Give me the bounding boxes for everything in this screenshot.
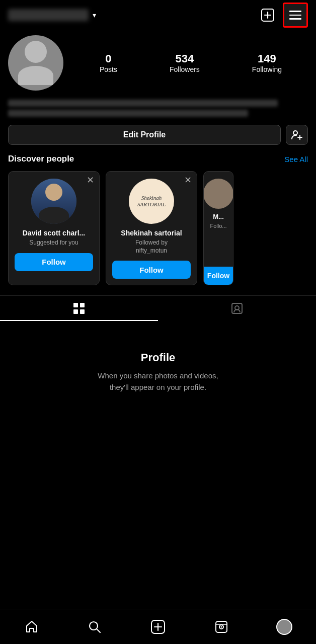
following-label: Following [252, 65, 282, 73]
bio-line-2 [8, 110, 248, 117]
nav-reels[interactable] [209, 614, 234, 639]
discover-section: Discover people See All ✕ David scott ch… [0, 154, 316, 285]
nav-profile-avatar [276, 619, 292, 635]
discover-header: Discover people See All [8, 154, 308, 164]
top-bar-left: ▾ [8, 9, 96, 21]
cards-row: ✕ David scott charl... Suggested for you… [8, 171, 308, 285]
follow-button-3-partial[interactable]: Follow [204, 267, 233, 285]
card-name-1: David scott charl... [23, 229, 85, 237]
menu-line-2 [289, 15, 301, 16]
discover-title: Discover people [8, 154, 74, 164]
stats-row: 0 Posts 534 Followers 149 Following [73, 52, 308, 73]
person-card-1: ✕ David scott charl... Suggested for you… [8, 171, 100, 285]
svg-point-19 [220, 626, 222, 627]
top-bar-right [257, 3, 308, 28]
avatar[interactable] [8, 35, 63, 91]
follow-label-3: Follow [207, 272, 229, 280]
posts-count: 0 [105, 52, 111, 65]
edit-profile-row: Edit Profile [8, 125, 308, 145]
card-avatar-1[interactable] [31, 179, 76, 224]
svg-rect-6 [73, 303, 78, 307]
person-card-3-partial: M... Follo... Follow [203, 171, 233, 285]
person-card-2: ✕ ShekinahSARTORIAL Shekinah sartorial F… [106, 171, 197, 285]
svg-point-3 [293, 131, 297, 135]
sartorial-logo-text: ShekinahSARTORIAL [137, 195, 166, 208]
card-name-2: Shekinah sartorial [121, 229, 182, 237]
menu-line-1 [289, 11, 301, 12]
add-icon [150, 619, 166, 634]
bottom-nav [0, 609, 316, 644]
card-sub-1: Suggested for you [29, 239, 78, 247]
follow-button-2[interactable]: Follow [112, 261, 191, 279]
person2-avatar-image: ShekinahSARTORIAL [129, 179, 174, 224]
card-avatar-2[interactable]: ShekinahSARTORIAL [129, 179, 174, 224]
card-sub-3: Follo... [208, 222, 228, 229]
bio-line-1 [8, 100, 278, 107]
posts-stat[interactable]: 0 Posts [100, 52, 117, 73]
person1-avatar-image [31, 179, 76, 224]
see-all-button[interactable]: See All [284, 155, 308, 164]
nav-home[interactable] [19, 614, 44, 639]
svg-rect-8 [73, 309, 78, 314]
home-icon [25, 620, 39, 634]
empty-profile-section: Profile When you share photos and videos… [0, 321, 316, 408]
card-avatar-3[interactable] [203, 179, 233, 209]
tab-tagged[interactable] [158, 296, 316, 321]
nav-profile[interactable] [272, 614, 297, 639]
bio-area [8, 98, 308, 125]
svg-line-13 [97, 629, 101, 632]
avatar-inner [8, 35, 63, 91]
menu-button[interactable] [283, 3, 308, 28]
top-bar: ▾ [0, 0, 316, 30]
card-sub-2: Followed by nifty_motun [135, 239, 168, 255]
followers-label: Followers [170, 65, 200, 73]
account-switcher-chevron[interactable]: ▾ [93, 11, 96, 19]
card-close-2[interactable]: ✕ [184, 176, 192, 185]
followers-count: 534 [176, 52, 194, 65]
follow-button-1[interactable]: Follow [15, 253, 93, 271]
edit-profile-button[interactable]: Edit Profile [8, 125, 281, 145]
menu-line-3 [289, 18, 301, 20]
empty-profile-title: Profile [141, 351, 175, 364]
tagged-icon [230, 302, 244, 315]
svg-rect-7 [80, 303, 85, 307]
nav-search[interactable] [82, 614, 107, 639]
add-friend-button[interactable] [286, 125, 308, 145]
add-post-button[interactable] [257, 4, 279, 26]
search-icon [88, 620, 102, 634]
tabs-row [0, 295, 316, 321]
card-close-1[interactable]: ✕ [87, 176, 94, 185]
svg-rect-10 [232, 303, 242, 313]
empty-profile-subtitle: When you share photos and videos, they'l… [98, 370, 218, 393]
partial-card-overlay [278, 171, 308, 285]
svg-point-12 [90, 622, 98, 630]
profile-section: 0 Posts 534 Followers 149 Following Edit… [0, 30, 316, 145]
tab-grid[interactable] [0, 296, 158, 321]
svg-rect-9 [80, 309, 85, 314]
following-count: 149 [258, 52, 276, 65]
following-stat[interactable]: 149 Following [252, 52, 282, 73]
posts-label: Posts [100, 65, 117, 73]
reels-icon [214, 620, 228, 634]
profile-header: 0 Posts 534 Followers 149 Following [8, 35, 308, 91]
grid-icon [72, 302, 86, 315]
avatar-body-shape [18, 66, 53, 85]
nav-add[interactable] [145, 614, 171, 639]
username-blurred [8, 9, 89, 21]
avatar-head-shape [25, 41, 47, 63]
followers-stat[interactable]: 534 Followers [170, 52, 200, 73]
bottom-spacer [0, 408, 316, 448]
card-name-3: M... [211, 213, 226, 220]
